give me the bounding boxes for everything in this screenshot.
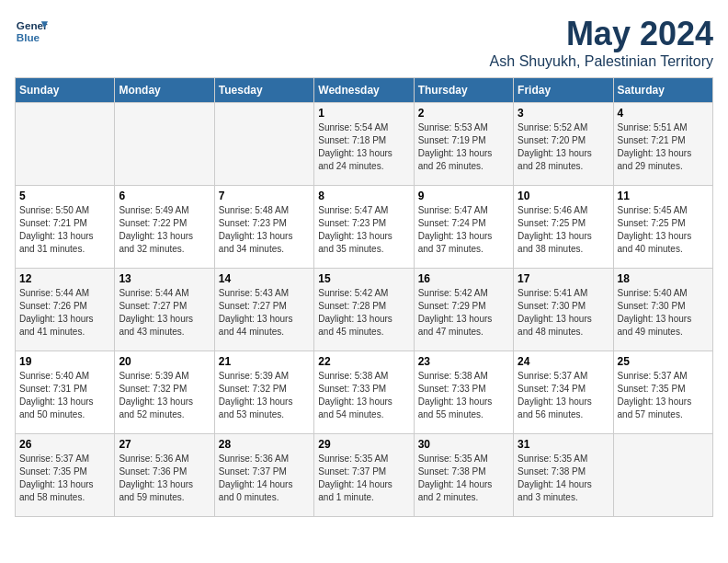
calendar-cell: 14Sunrise: 5:43 AMSunset: 7:27 PMDayligh…: [214, 269, 313, 351]
day-number: 31: [518, 438, 609, 451]
day-number: 19: [19, 355, 110, 368]
week-row-1: 1Sunrise: 5:54 AMSunset: 7:18 PMDaylight…: [16, 103, 713, 186]
calendar-cell: 24Sunrise: 5:37 AMSunset: 7:34 PMDayligh…: [514, 351, 613, 434]
calendar-cell: [16, 103, 115, 186]
day-info: Sunrise: 5:37 AMSunset: 7:35 PMDaylight:…: [19, 454, 94, 502]
day-number: 8: [318, 190, 409, 202]
day-number: 7: [219, 190, 310, 202]
day-info: Sunrise: 5:43 AMSunset: 7:27 PMDaylight:…: [219, 288, 293, 337]
calendar-cell: 13Sunrise: 5:44 AMSunset: 7:27 PMDayligh…: [115, 269, 214, 351]
day-number: 2: [418, 107, 509, 120]
day-number: 22: [318, 355, 409, 368]
page-header: General Blue May 2024 Ash Shuyukh, Pales…: [15, 15, 713, 70]
day-info: Sunrise: 5:50 AMSunset: 7:21 PMDaylight:…: [19, 205, 94, 254]
day-number: 29: [318, 438, 409, 451]
day-info: Sunrise: 5:40 AMSunset: 7:30 PMDaylight:…: [618, 288, 692, 337]
day-info: Sunrise: 5:39 AMSunset: 7:32 PMDaylight:…: [219, 371, 293, 419]
calendar-cell: 23Sunrise: 5:38 AMSunset: 7:33 PMDayligh…: [414, 351, 513, 434]
calendar-cell: 18Sunrise: 5:40 AMSunset: 7:30 PMDayligh…: [613, 269, 712, 351]
week-row-3: 12Sunrise: 5:44 AMSunset: 7:26 PMDayligh…: [16, 269, 713, 351]
calendar-cell: 5Sunrise: 5:50 AMSunset: 7:21 PMDaylight…: [16, 186, 115, 269]
day-info: Sunrise: 5:40 AMSunset: 7:31 PMDaylight:…: [19, 371, 94, 419]
day-number: 1: [318, 107, 409, 120]
day-number: 27: [119, 438, 210, 451]
day-info: Sunrise: 5:38 AMSunset: 7:33 PMDaylight:…: [318, 371, 392, 419]
calendar-cell: 31Sunrise: 5:35 AMSunset: 7:38 PMDayligh…: [514, 434, 613, 517]
day-info: Sunrise: 5:44 AMSunset: 7:27 PMDaylight:…: [119, 288, 193, 337]
svg-text:Blue: Blue: [17, 31, 40, 43]
location: Ash Shuyukh, Palestinian Territory: [490, 53, 713, 70]
calendar-cell: 29Sunrise: 5:35 AMSunset: 7:37 PMDayligh…: [314, 434, 414, 517]
calendar-cell: [115, 103, 214, 186]
day-number: 6: [119, 190, 210, 202]
calendar-cell: 17Sunrise: 5:41 AMSunset: 7:30 PMDayligh…: [514, 269, 613, 351]
calendar-cell: 25Sunrise: 5:37 AMSunset: 7:35 PMDayligh…: [613, 351, 712, 434]
day-number: 13: [119, 272, 210, 285]
day-header-saturday: Saturday: [613, 78, 712, 103]
calendar-cell: 8Sunrise: 5:47 AMSunset: 7:23 PMDaylight…: [314, 186, 414, 269]
day-header-wednesday: Wednesday: [314, 78, 414, 103]
day-info: Sunrise: 5:42 AMSunset: 7:28 PMDaylight:…: [318, 288, 392, 337]
day-number: 12: [19, 272, 110, 285]
day-number: 16: [418, 272, 509, 285]
title-area: May 2024 Ash Shuyukh, Palestinian Territ…: [490, 15, 713, 70]
day-info: Sunrise: 5:35 AMSunset: 7:38 PMDaylight:…: [518, 454, 592, 502]
day-info: Sunrise: 5:36 AMSunset: 7:37 PMDaylight:…: [219, 454, 293, 502]
logo: General Blue: [15, 15, 48, 48]
month-title: May 2024: [490, 15, 713, 53]
day-number: 21: [219, 355, 310, 368]
calendar-cell: 1Sunrise: 5:54 AMSunset: 7:18 PMDaylight…: [314, 103, 414, 186]
day-info: Sunrise: 5:46 AMSunset: 7:25 PMDaylight:…: [518, 205, 592, 254]
calendar-cell: [613, 434, 712, 517]
day-info: Sunrise: 5:39 AMSunset: 7:32 PMDaylight:…: [119, 371, 193, 419]
calendar-cell: 26Sunrise: 5:37 AMSunset: 7:35 PMDayligh…: [16, 434, 115, 517]
day-number: 28: [219, 438, 310, 451]
calendar-cell: 30Sunrise: 5:35 AMSunset: 7:38 PMDayligh…: [414, 434, 513, 517]
day-header-thursday: Thursday: [414, 78, 513, 103]
day-info: Sunrise: 5:54 AMSunset: 7:18 PMDaylight:…: [318, 122, 392, 171]
calendar-cell: 2Sunrise: 5:53 AMSunset: 7:19 PMDaylight…: [414, 103, 513, 186]
day-number: 15: [318, 272, 409, 285]
day-header-monday: Monday: [115, 78, 214, 103]
day-number: 5: [19, 190, 110, 202]
day-number: 26: [19, 438, 110, 451]
calendar-cell: 7Sunrise: 5:48 AMSunset: 7:23 PMDaylight…: [214, 186, 313, 269]
day-number: 9: [418, 190, 509, 202]
calendar-cell: 19Sunrise: 5:40 AMSunset: 7:31 PMDayligh…: [16, 351, 115, 434]
day-info: Sunrise: 5:35 AMSunset: 7:38 PMDaylight:…: [418, 454, 493, 502]
day-number: 14: [219, 272, 310, 285]
day-number: 23: [418, 355, 509, 368]
day-info: Sunrise: 5:35 AMSunset: 7:37 PMDaylight:…: [318, 454, 392, 502]
day-info: Sunrise: 5:37 AMSunset: 7:35 PMDaylight:…: [618, 371, 692, 419]
calendar-cell: 28Sunrise: 5:36 AMSunset: 7:37 PMDayligh…: [214, 434, 313, 517]
day-header-tuesday: Tuesday: [214, 78, 313, 103]
calendar-cell: 6Sunrise: 5:49 AMSunset: 7:22 PMDaylight…: [115, 186, 214, 269]
calendar-cell: 15Sunrise: 5:42 AMSunset: 7:28 PMDayligh…: [314, 269, 414, 351]
calendar-cell: 16Sunrise: 5:42 AMSunset: 7:29 PMDayligh…: [414, 269, 513, 351]
calendar-cell: [214, 103, 313, 186]
week-row-2: 5Sunrise: 5:50 AMSunset: 7:21 PMDaylight…: [16, 186, 713, 269]
calendar-cell: 3Sunrise: 5:52 AMSunset: 7:20 PMDaylight…: [514, 103, 613, 186]
day-info: Sunrise: 5:51 AMSunset: 7:21 PMDaylight:…: [618, 122, 692, 171]
day-number: 4: [618, 107, 709, 120]
calendar-cell: 10Sunrise: 5:46 AMSunset: 7:25 PMDayligh…: [514, 186, 613, 269]
week-row-5: 26Sunrise: 5:37 AMSunset: 7:35 PMDayligh…: [16, 434, 713, 517]
day-info: Sunrise: 5:38 AMSunset: 7:33 PMDaylight:…: [418, 371, 493, 419]
day-info: Sunrise: 5:47 AMSunset: 7:24 PMDaylight:…: [418, 205, 493, 254]
day-info: Sunrise: 5:53 AMSunset: 7:19 PMDaylight:…: [418, 122, 493, 171]
day-info: Sunrise: 5:44 AMSunset: 7:26 PMDaylight:…: [19, 288, 94, 337]
day-number: 30: [418, 438, 509, 451]
calendar-cell: 12Sunrise: 5:44 AMSunset: 7:26 PMDayligh…: [16, 269, 115, 351]
calendar-cell: 21Sunrise: 5:39 AMSunset: 7:32 PMDayligh…: [214, 351, 313, 434]
day-header-sunday: Sunday: [16, 78, 115, 103]
day-info: Sunrise: 5:41 AMSunset: 7:30 PMDaylight:…: [518, 288, 592, 337]
calendar-cell: 20Sunrise: 5:39 AMSunset: 7:32 PMDayligh…: [115, 351, 214, 434]
calendar-cell: 9Sunrise: 5:47 AMSunset: 7:24 PMDaylight…: [414, 186, 513, 269]
day-info: Sunrise: 5:48 AMSunset: 7:23 PMDaylight:…: [219, 205, 293, 254]
day-header-friday: Friday: [514, 78, 613, 103]
week-row-4: 19Sunrise: 5:40 AMSunset: 7:31 PMDayligh…: [16, 351, 713, 434]
day-number: 17: [518, 272, 609, 285]
day-number: 10: [518, 190, 609, 202]
day-number: 25: [618, 355, 709, 368]
calendar-cell: 27Sunrise: 5:36 AMSunset: 7:36 PMDayligh…: [115, 434, 214, 517]
